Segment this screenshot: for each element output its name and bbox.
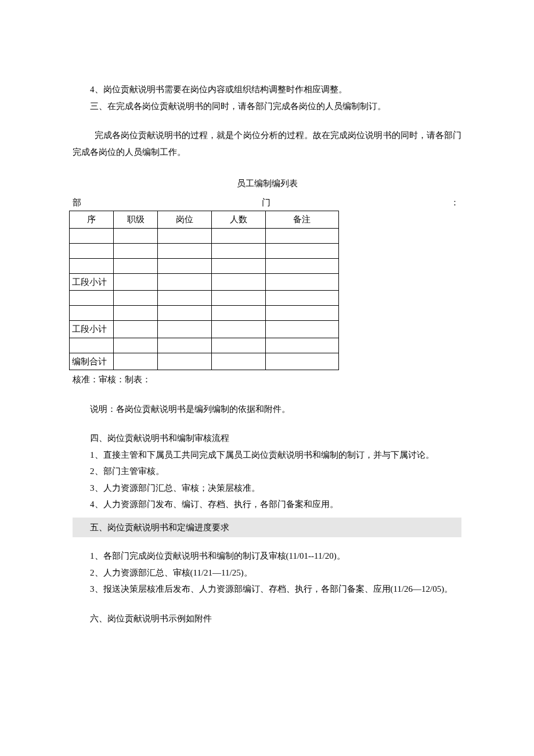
section-4-item-1: 1、直接主管和下属员工共同完成下属员工岗位贡献说明书和编制的制订，并与下属讨论。 [73, 447, 461, 464]
section-4-item-3: 3、人力资源部门汇总、审核；决策层核准。 [73, 480, 461, 497]
table-row [70, 228, 339, 243]
table-footer-signoff: 核准：审核：制表： [73, 371, 461, 388]
spacer [73, 160, 461, 173]
section-6-title: 六、岗位贡献说明书示例如附件 [73, 610, 461, 627]
dept-label-right: 门 [262, 194, 270, 211]
staffing-table: 序 职级 岗位 人数 备注 工段小计 工段小计 编制合计 [69, 211, 339, 370]
table-row-subtotal: 工段小计 [70, 273, 339, 291]
section-4-item-2: 2、部门主管审核。 [73, 463, 461, 480]
section-5-item-1: 1、各部门完成岗位贡献说明书和编制的制订及审核(11/01--11/20)。 [73, 548, 461, 565]
section-5-bar: 五、岗位贡献说明书和定编进度要求 [73, 518, 461, 538]
spacer [73, 417, 461, 430]
header-seq: 序 [70, 211, 114, 229]
header-rank: 职级 [114, 211, 158, 229]
document-page: 4、岗位贡献说明书需要在岗位内容或组织结构调整时作相应调整。 三、在完成各岗位贡… [0, 0, 534, 756]
header-count: 人数 [211, 211, 265, 229]
dept-colon: ： [450, 194, 459, 211]
spacer [73, 598, 461, 610]
subtotal-1-label: 工段小计 [70, 273, 114, 291]
section-4-item-4: 4、人力资源部门发布、编订、存档、执行，各部门备案和应用。 [73, 496, 461, 513]
table-row [70, 338, 339, 353]
header-post: 岗位 [158, 211, 212, 229]
header-note: 备注 [265, 211, 338, 229]
explain-note: 说明：各岗位贡献说明书是编列编制的依据和附件。 [73, 401, 461, 418]
section-5-title: 五、岗位贡献说明书和定编进度要求 [73, 519, 461, 536]
table-row [70, 291, 339, 306]
section-4-title: 四、岗位贡献说明书和编制审核流程 [73, 430, 461, 447]
table-row [70, 306, 339, 321]
section-5-item-3: 3、报送决策层核准后发布、人力资源部编订、存档、执行，各部门备案、应用(11/2… [73, 581, 461, 598]
table-row [70, 258, 339, 273]
paragraph-point-4: 4、岗位贡献说明书需要在岗位内容或组织结构调整时作相应调整。 [73, 81, 461, 98]
spacer [73, 543, 461, 548]
section-3-body: 完成各岗位贡献说明书的过程，就是个岗位分析的过程。故在完成岗位说明书的同时，请各… [73, 127, 461, 160]
dept-label-left: 部 [73, 194, 81, 211]
table-row [70, 243, 339, 258]
subtotal-2-label: 工段小计 [70, 321, 114, 338]
spacer [73, 388, 461, 401]
table-header-row: 序 职级 岗位 人数 备注 [70, 211, 339, 229]
department-line: 部 门 ： [73, 194, 461, 211]
total-label: 编制合计 [70, 353, 114, 370]
table-row-total: 编制合计 [70, 353, 339, 370]
table-title: 员工编制编列表 [73, 175, 461, 192]
spacer [73, 114, 461, 127]
table-row-subtotal: 工段小计 [70, 321, 339, 338]
section-3-title: 三、在完成各岗位贡献说明书的同时，请各部门完成各岗位的人员编制制订。 [73, 98, 461, 115]
section-5-item-2: 2、人力资源部汇总、审核(11/21—11/25)。 [73, 565, 461, 581]
